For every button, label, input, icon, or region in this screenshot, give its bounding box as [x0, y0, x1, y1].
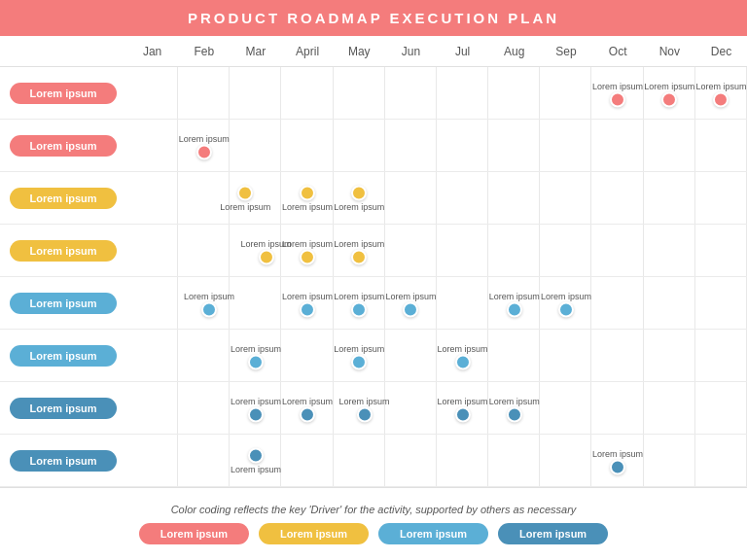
legend-pill-0: Lorem ipsum — [139, 523, 249, 544]
dot-label-above-4-5: Lorem ipsum — [541, 291, 591, 300]
dot-label-below-2-2: Lorem ipsum — [334, 201, 384, 211]
dot-6-1 — [300, 406, 315, 422]
month-label-feb: Feb — [178, 45, 230, 58]
dot-4-4 — [507, 301, 522, 317]
dot-item-7-1: Lorem ipsum — [592, 446, 643, 474]
dot-6-0 — [248, 406, 264, 422]
dot-7-1 — [610, 459, 625, 474]
dot-label-above-6-3: Lorem ipsum — [438, 396, 488, 405]
dot-label-above-6-0: Lorem ipsum — [231, 396, 281, 405]
row-content-2: Lorem ipsumLorem ipsumLorem ipsum — [126, 172, 747, 224]
dot-label-below-7-0: Lorem ipsum — [231, 464, 281, 473]
gantt-row-7: Lorem ipsumLorem ipsumLorem ipsum — [0, 435, 747, 487]
dot-6-3 — [455, 406, 471, 422]
dot-0-0 — [610, 91, 625, 107]
month-label-aug: Aug — [488, 45, 540, 58]
dot-item-4-4: Lorem ipsum — [489, 289, 540, 317]
dot-label-above-1-0: Lorem ipsum — [179, 133, 230, 143]
legend-pill-3: Lorem ipsum — [498, 523, 608, 544]
gantt-row-1: Lorem ipsumLorem ipsum — [0, 120, 747, 172]
dot-4-3 — [403, 301, 418, 317]
month-label-mar: Mar — [230, 45, 281, 58]
dot-6-4 — [507, 406, 522, 422]
month-label-sep: Sep — [540, 45, 591, 58]
dot-4-1 — [300, 301, 315, 317]
dot-item-5-1: Lorem ipsum — [334, 341, 384, 369]
month-label-may: May — [334, 45, 385, 58]
legend-pill-1: Lorem ipsum — [259, 523, 369, 544]
dot-item-4-0: Lorem ipsum — [184, 289, 234, 317]
dot-label-above-4-0: Lorem ipsum — [184, 291, 234, 300]
dot-0-1 — [661, 91, 677, 107]
dot-item-2-1: Lorem ipsum — [282, 185, 333, 211]
month-label-dec: Dec — [695, 45, 747, 58]
dot-item-6-4: Lorem ipsum — [489, 394, 540, 422]
dot-7-0 — [248, 447, 264, 463]
row-label-1: Lorem ipsum — [0, 131, 126, 160]
dot-label-above-0-2: Lorem ipsum — [695, 81, 746, 90]
dot-2-0 — [237, 185, 253, 200]
dot-4-5 — [558, 301, 574, 317]
row-label-7: Lorem ipsum — [0, 446, 126, 475]
dot-label-above-4-3: Lorem ipsum — [385, 291, 436, 300]
dot-label-below-2-0: Lorem ipsum — [220, 201, 270, 211]
dot-item-4-5: Lorem ipsum — [541, 289, 591, 317]
dot-label-above-6-2: Lorem ipsum — [339, 396, 390, 405]
row-content-6: Lorem ipsumLorem ipsumLorem ipsumLorem i… — [126, 382, 747, 434]
dot-item-0-2: Lorem ipsum — [695, 79, 746, 107]
label-pill-6: Lorem ipsum — [10, 398, 117, 419]
row-content-5: Lorem ipsumLorem ipsumLorem ipsum — [126, 330, 747, 381]
gantt-row-6: Lorem ipsumLorem ipsumLorem ipsumLorem i… — [0, 382, 747, 435]
dot-item-4-2: Lorem ipsum — [334, 289, 384, 317]
dot-label-above-5-0: Lorem ipsum — [231, 343, 281, 353]
legend-pills-row: Lorem ipsumLorem ipsumLorem ipsumLorem i… — [139, 523, 608, 544]
dot-1-0 — [196, 144, 212, 159]
header-title: PRODUCT ROADMAP EXECUTION PLAN — [188, 10, 559, 26]
label-pill-4: Lorem ipsum — [10, 293, 117, 314]
dot-6-2 — [357, 406, 373, 422]
row-content-1: Lorem ipsum — [126, 120, 747, 171]
row-content-3: Lorem ipsumLorem ipsumLorem ipsum — [126, 225, 747, 276]
row-label-6: Lorem ipsum — [0, 394, 126, 423]
dot-5-0 — [248, 354, 264, 369]
dot-4-2 — [351, 301, 367, 317]
dot-item-0-0: Lorem ipsum — [592, 79, 643, 107]
dot-label-above-6-1: Lorem ipsum — [282, 396, 333, 405]
dot-item-0-1: Lorem ipsum — [644, 79, 694, 107]
gantt-row-4: Lorem ipsumLorem ipsumLorem ipsumLorem i… — [0, 277, 747, 330]
rows-container: Lorem ipsumLorem ipsumLorem ipsumLorem i… — [0, 67, 747, 487]
dot-item-2-2: Lorem ipsum — [334, 185, 384, 211]
dot-item-6-2: Lorem ipsum — [339, 394, 390, 422]
month-label-jun: Jun — [385, 45, 437, 58]
row-label-5: Lorem ipsum — [0, 341, 126, 370]
dot-3-1 — [300, 249, 315, 264]
legend-pill-2: Lorem ipsum — [378, 523, 488, 544]
dot-item-1-0: Lorem ipsum — [179, 131, 230, 159]
row-label-0: Lorem ipsum — [0, 79, 126, 108]
label-pill-7: Lorem ipsum — [10, 450, 117, 472]
dot-label-above-7-1: Lorem ipsum — [592, 448, 643, 458]
dot-item-4-1: Lorem ipsum — [282, 289, 333, 317]
dot-label-above-4-4: Lorem ipsum — [489, 291, 540, 300]
label-pill-3: Lorem ipsum — [10, 240, 117, 262]
gantt-row-3: Lorem ipsumLorem ipsumLorem ipsumLorem i… — [0, 225, 747, 277]
month-label-jan: Jan — [126, 45, 178, 58]
gantt-row-5: Lorem ipsumLorem ipsumLorem ipsumLorem i… — [0, 330, 747, 382]
dot-label-above-3-2: Lorem ipsum — [334, 238, 384, 248]
dot-item-4-3: Lorem ipsum — [385, 289, 436, 317]
dot-item-5-2: Lorem ipsum — [438, 341, 488, 369]
dot-label-below-2-1: Lorem ipsum — [282, 201, 333, 211]
dot-label-above-6-4: Lorem ipsum — [489, 396, 540, 405]
row-label-2: Lorem ipsum — [0, 184, 126, 213]
row-content-4: Lorem ipsumLorem ipsumLorem ipsumLorem i… — [126, 277, 747, 329]
gantt-row-2: Lorem ipsumLorem ipsumLorem ipsumLorem i… — [0, 172, 747, 225]
dot-5-1 — [351, 354, 367, 369]
chart-area: JanFebMarAprilMayJunJulAugSepOctNovDec L… — [0, 36, 747, 487]
label-pill-1: Lorem ipsum — [10, 135, 117, 157]
dot-item-5-0: Lorem ipsum — [231, 341, 281, 369]
dot-3-2 — [351, 249, 367, 264]
dot-item-6-1: Lorem ipsum — [282, 394, 333, 422]
legend-text: Color coding reflects the key 'Driver' f… — [171, 504, 577, 515]
dot-4-0 — [201, 301, 217, 317]
dot-label-above-5-2: Lorem ipsum — [438, 343, 488, 353]
